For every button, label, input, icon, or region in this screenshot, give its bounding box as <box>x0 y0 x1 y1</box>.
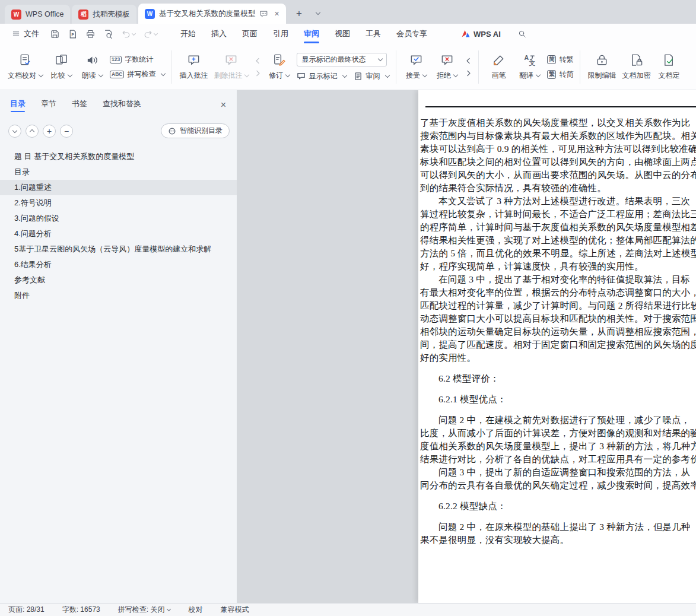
toc-collapse-all-button[interactable] <box>26 125 39 138</box>
track-changes-label: 修订 <box>269 71 283 81</box>
pen-label: 画笔 <box>491 71 506 81</box>
save-button[interactable] <box>50 29 60 39</box>
review-button[interactable]: 审阅 <box>354 71 389 81</box>
insert-comment-button[interactable]: 插入批注 <box>176 51 211 83</box>
close-tab-icon[interactable]: × <box>274 9 279 18</box>
doc-proofread-button[interactable]: 文档校对 <box>5 51 46 83</box>
tab-wps-label: WPS Office <box>26 10 63 18</box>
menu-tab[interactable]: 引用 <box>265 24 296 44</box>
restrict-edit-button[interactable]: 限制编辑 <box>584 51 619 83</box>
status-compat-mode[interactable]: 兼容模式 <box>220 605 249 615</box>
translate-button[interactable]: A文 翻译 <box>514 51 545 83</box>
finalize-button[interactable]: 文档定 <box>653 51 684 83</box>
encrypt-button[interactable]: 文档加密 <box>619 51 653 83</box>
toc-item[interactable]: 3.问题的假设 <box>0 211 237 226</box>
document-text-line: 可以得到风矢的大小，从而画出要求范围的风矢场。从图中云的分布可 <box>420 169 696 182</box>
next-change-button[interactable] <box>462 68 474 78</box>
pen-button[interactable]: 画笔 <box>483 51 514 83</box>
track-changes-button[interactable]: 修订 <box>263 51 294 83</box>
toc-zoom-in-button[interactable]: + <box>43 125 56 138</box>
status-word-count[interactable]: 字数: 16573 <box>62 605 100 615</box>
show-markup-label: 显示标记 <box>309 71 337 81</box>
redo-icon <box>143 29 153 39</box>
smart-toc-icon <box>168 127 176 135</box>
document-text-line: 6.2 模型评价： <box>420 372 696 385</box>
undo-button[interactable] <box>121 29 135 39</box>
accept-label: 接受 <box>406 71 420 81</box>
toc-item[interactable]: 附件 <box>0 288 237 303</box>
document-text-line: 本文又尝试了 3 种方法对上述模型进行改进。结果表明，三次 <box>420 195 696 208</box>
ribbon-separator <box>171 50 172 84</box>
new-tab-button[interactable]: + <box>292 6 307 21</box>
document-text-line: 6.2.2 模型缺点： <box>420 500 696 513</box>
menu-tab[interactable]: 会员专享 <box>389 24 435 44</box>
print-preview-button[interactable] <box>103 29 113 39</box>
previous-comment-icon <box>254 57 262 65</box>
document-text-line: 算过程比较复杂，计算时间最长，不适合广泛工程应用；差商法比三 <box>420 208 696 221</box>
lock-icon <box>595 53 609 67</box>
reject-button[interactable]: 拒绝 <box>431 51 462 83</box>
quick-access-toolbar: P <box>50 29 157 39</box>
tab-docer-template[interactable]: 稻 找稻壳模板 <box>72 5 136 24</box>
insert-comment-label: 插入批注 <box>179 71 208 81</box>
spell-check-button[interactable]: ABC 拼写检查 <box>110 69 165 80</box>
sidebar-tab[interactable]: 书签 <box>72 99 87 112</box>
to-simplified-button[interactable]: 繁 转简 <box>547 69 573 80</box>
document-text-line: 间，提高了匹配速度。相对于固定窗口和固定搜索范围的风矢场的度 <box>420 338 696 351</box>
to-traditional-button[interactable]: 简 转繁 <box>547 55 573 65</box>
toc-item[interactable]: 5基于卫星云图的风矢场（云导风）度量模型的建立和求解 <box>0 242 237 257</box>
compare-button[interactable]: 比较 <box>46 51 77 83</box>
translate-icon: A文 <box>523 53 536 67</box>
toc-item[interactable]: 6.结果分析 <box>0 257 237 272</box>
previous-comment-button[interactable] <box>252 56 263 65</box>
show-markup-button[interactable]: 显示标记 <box>297 71 347 81</box>
smart-toc-button[interactable]: 智能识别目录 <box>161 123 230 138</box>
sidebar-tab[interactable]: 章节 <box>41 99 56 112</box>
menu-tab[interactable]: 视图 <box>327 24 358 44</box>
tab-wps-office[interactable]: W WPS Office <box>5 5 70 24</box>
next-comment-button[interactable] <box>252 68 263 78</box>
sidebar-tab[interactable]: 查找和替换 <box>103 99 141 112</box>
menu-tab[interactable]: 页面 <box>234 24 265 44</box>
sidebar-tab[interactable]: 目录 <box>10 99 26 112</box>
redo-button[interactable] <box>143 29 157 39</box>
word-count-button[interactable]: 123 字数统计 <box>110 55 165 65</box>
delete-comment-button[interactable]: 删除批注 <box>211 51 252 83</box>
tab-list-button[interactable] <box>311 6 326 21</box>
print-button[interactable] <box>85 29 96 39</box>
status-proofread[interactable]: 校对 <box>188 605 202 615</box>
toc-item[interactable]: 4.问题分析 <box>0 226 237 242</box>
document-text-line: 果不是很明显，没有实现较大提高。 <box>420 534 696 547</box>
search-button[interactable] <box>517 29 527 39</box>
markup-state-select[interactable]: 显示标记的最终状态 <box>297 53 387 66</box>
pen-icon <box>492 53 506 67</box>
file-menu[interactable]: 文件 <box>7 28 44 39</box>
ribbon-review: 文档校对 比较 朗读 123 字数统计 ABC 拼写检查 插入批注 <box>0 44 696 90</box>
menu-tab[interactable]: 工具 <box>358 24 389 44</box>
menu-tab[interactable]: 插入 <box>204 24 234 44</box>
toc-toolbar: + − 智能识别目录 <box>0 116 237 143</box>
close-pane-icon[interactable]: × <box>221 100 226 110</box>
previous-change-button[interactable] <box>462 56 474 65</box>
export-pdf-button[interactable]: P <box>68 29 78 39</box>
toc-expand-all-button[interactable] <box>8 125 21 138</box>
read-aloud-button[interactable]: 朗读 <box>77 51 107 83</box>
menu-bar: 文件 P 开始 插入 页面 引用 审阅 视图 工具 会员专享 WPS AI <box>0 24 696 44</box>
tab-document[interactable]: W 基于交叉相关系数的度量模型 × <box>138 4 286 24</box>
menu-tab[interactable]: 开始 <box>173 24 204 44</box>
toc-item[interactable]: 2.符号说明 <box>0 195 237 211</box>
toc-item[interactable]: 1.问题重述 <box>0 180 237 195</box>
toc-item[interactable]: 目录 <box>0 164 237 180</box>
accept-button[interactable]: 接受 <box>401 51 431 83</box>
svg-text:P: P <box>71 32 74 36</box>
menu-tab[interactable]: 审阅 <box>296 24 327 44</box>
toc-zoom-out-button[interactable]: − <box>60 125 73 138</box>
wps-ai-button[interactable]: WPS AI <box>461 29 501 39</box>
toc-item[interactable]: 题 目 基于交叉相关系数的度量模型 <box>0 149 237 164</box>
document-text-line: 结果进行对比，分析了各自的优缺点，对工程应用具有一定的参考价 <box>420 453 696 466</box>
status-page[interactable]: 页面: 28/31 <box>8 605 45 615</box>
toc-item[interactable]: 参考文献 <box>0 272 237 288</box>
document-page[interactable]: 了基于灰度值相关系数的风矢场度量模型，以交叉相关系数作为比 搜索范围内与目标像素… <box>418 90 696 603</box>
document-text-line: 问题 2 中，在建模之前先对数据进行了预处理，减少了噪点， <box>420 414 696 427</box>
status-spellcheck[interactable]: 拼写检查: 关闭 <box>118 605 171 615</box>
